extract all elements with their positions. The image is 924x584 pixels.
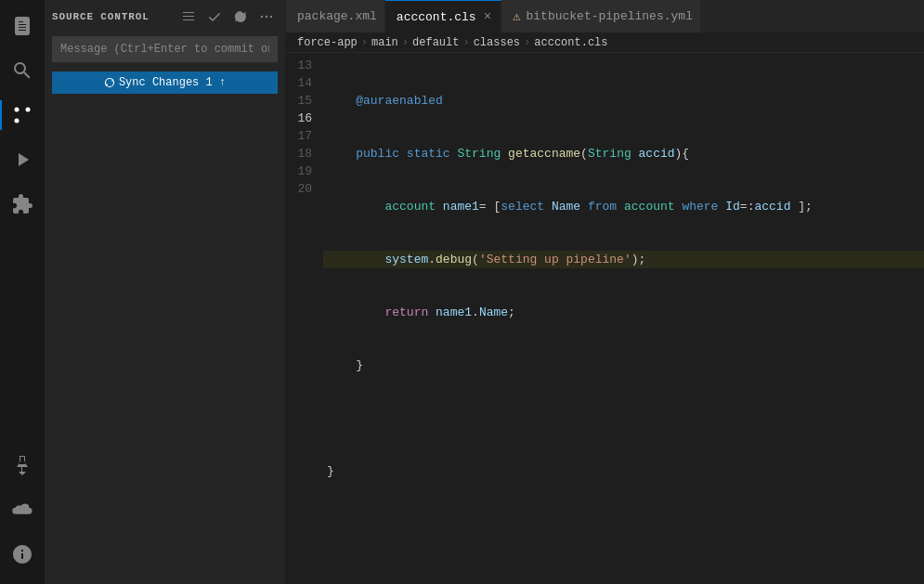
breadcrumb-part[interactable]: main xyxy=(371,36,398,49)
code-editor[interactable]: 13 14 15 16 17 18 19 20 @auraenabled pub… xyxy=(286,53,924,584)
breadcrumb-sep: › xyxy=(462,36,469,49)
line-number: 14 xyxy=(293,74,312,92)
code-line-19 xyxy=(323,409,924,427)
code-line-18: } xyxy=(323,357,924,374)
salesforce-icon[interactable] xyxy=(0,487,45,532)
source-control-panel: SOURCE CONTROL Sync Changes 1 ↑ xyxy=(45,0,286,584)
svg-point-2 xyxy=(15,108,20,112)
svg-point-4 xyxy=(266,15,267,17)
tab-package-xml[interactable]: package.xml xyxy=(286,0,385,32)
svg-point-1 xyxy=(26,108,31,112)
code-line-14: public static String getaccname(String a… xyxy=(323,145,924,162)
test-icon[interactable] xyxy=(0,443,45,487)
commit-message-input[interactable] xyxy=(52,36,278,62)
svg-point-0 xyxy=(15,119,20,123)
breadcrumb-sep: › xyxy=(524,36,530,49)
code-content[interactable]: @auraenabled public static String getacc… xyxy=(323,57,924,584)
activity-bar xyxy=(0,0,45,584)
breadcrumb-sep: › xyxy=(402,36,409,49)
panel-header: SOURCE CONTROL xyxy=(45,0,285,32)
tab-label: acccont.cls xyxy=(397,10,476,24)
commit-action-btn[interactable] xyxy=(203,7,226,26)
panel-title: SOURCE CONTROL xyxy=(52,11,177,22)
line-number: 16 xyxy=(293,110,312,127)
tab-label: package.xml xyxy=(297,9,377,23)
breadcrumb-part[interactable]: force-app xyxy=(297,36,358,49)
line-number: 15 xyxy=(293,92,312,110)
extensions-icon[interactable] xyxy=(0,182,45,227)
list-action-btn[interactable] xyxy=(177,7,200,26)
tabs-bar: package.xml acccont.cls × ⚠ bitbucket-pi… xyxy=(286,0,924,32)
search-icon[interactable] xyxy=(0,48,45,93)
run-debug-icon[interactable] xyxy=(0,137,45,182)
code-line-20: } xyxy=(323,462,924,480)
tab-label: bitbucket-pipelines.yml xyxy=(527,9,693,23)
commit-input-wrapper xyxy=(52,36,278,62)
breadcrumb-part[interactable]: acccont.cls xyxy=(534,36,607,49)
tab-bitbucket-pipelines[interactable]: ⚠ bitbucket-pipelines.yml xyxy=(501,0,701,32)
explorer-icon[interactable] xyxy=(0,4,45,48)
tab-close-icon[interactable]: × xyxy=(482,10,493,23)
line-number: 13 xyxy=(293,57,312,74)
info-icon[interactable] xyxy=(0,532,45,577)
svg-point-5 xyxy=(270,15,272,17)
editor-area: package.xml acccont.cls × ⚠ bitbucket-pi… xyxy=(286,0,924,584)
code-line-15: account name1= [select Name from account… xyxy=(323,198,924,215)
line-number: 19 xyxy=(293,162,312,180)
code-line-13: @auraenabled xyxy=(323,92,924,110)
source-control-icon[interactable] xyxy=(0,93,45,137)
svg-point-3 xyxy=(261,15,263,17)
breadcrumb-sep: › xyxy=(361,36,368,49)
sync-changes-button[interactable]: Sync Changes 1 ↑ xyxy=(52,71,278,94)
svg-point-6 xyxy=(105,79,113,87)
more-action-btn[interactable] xyxy=(255,7,278,26)
tab-acccont-cls[interactable]: acccont.cls × xyxy=(385,0,501,32)
line-number: 18 xyxy=(293,145,312,162)
code-line-17: return name1.Name; xyxy=(323,304,924,321)
line-number: 20 xyxy=(293,180,312,198)
breadcrumb: force-app › main › default › classes › a… xyxy=(286,32,924,53)
refresh-action-btn[interactable] xyxy=(229,7,252,26)
line-numbers: 13 14 15 16 17 18 19 20 xyxy=(286,57,323,584)
line-number: 17 xyxy=(293,127,312,145)
panel-actions xyxy=(177,7,278,26)
breadcrumb-part[interactable]: classes xyxy=(474,36,520,49)
breadcrumb-part[interactable]: default xyxy=(412,36,459,49)
code-line-16: system.debug('Setting up pipeline'); xyxy=(323,251,924,268)
warning-icon: ⚠ xyxy=(513,8,520,24)
